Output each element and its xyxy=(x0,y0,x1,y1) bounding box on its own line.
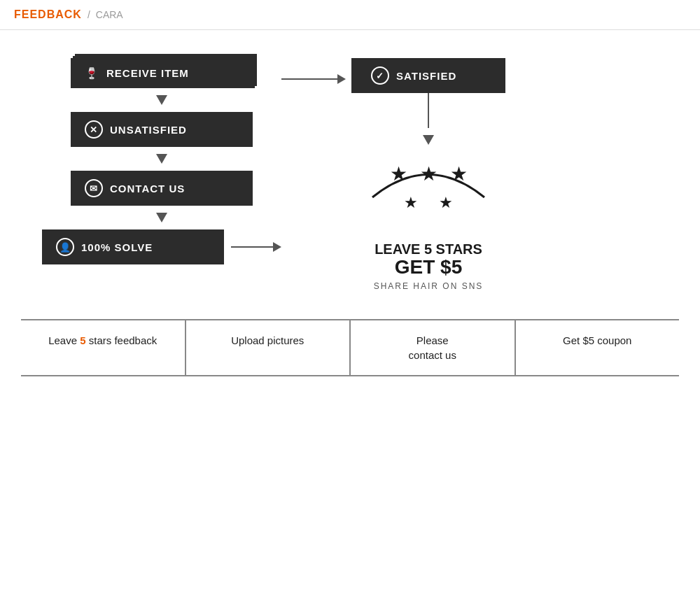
arrow-down-3 xyxy=(156,213,167,222)
vline-satisfied xyxy=(428,93,429,128)
h-arrow-top xyxy=(281,74,346,84)
solve-label: 100% SOLVE xyxy=(81,241,153,253)
mail-icon: ✉ xyxy=(85,179,103,197)
satisfied-box: ✓ SATISFIED xyxy=(351,58,505,93)
star-1: ★ xyxy=(390,164,407,184)
promo-line2: GET $5 xyxy=(374,257,482,278)
receive-item-label: RECEIVE ITEM xyxy=(106,67,189,79)
main-content: 🍷 RECEIVE ITEM ✕ UNSATISFIED ✉ CONTACT U… xyxy=(0,30,700,305)
header-feedback-label: FEEDBACK xyxy=(14,8,82,21)
header-divider: / xyxy=(88,9,90,20)
stars-arc-container: ★ ★ ★ ★ ★ xyxy=(358,159,498,236)
bottom-item-1-post: stars feedback xyxy=(86,334,158,346)
promo-subtitle: SHARE HAIR ON SNS xyxy=(374,281,484,291)
arrow-line xyxy=(231,246,273,248)
arrow-down-1 xyxy=(156,95,167,105)
stars-bottom-row: ★ ★ xyxy=(358,195,498,211)
bottom-item-2: Upload pictures xyxy=(186,320,351,375)
check-icon: ✓ xyxy=(371,66,389,85)
contact-us-box: ✉ CONTACT US xyxy=(71,171,253,206)
star-4: ★ xyxy=(404,195,418,211)
bottom-item-4: Get $5 coupon xyxy=(516,320,680,375)
bottom-bar: Leave 5 stars feedback Upload pictures P… xyxy=(21,319,679,376)
header-cara-label: CARA xyxy=(96,9,123,20)
solve-box: 👤 100% SOLVE xyxy=(42,229,224,264)
goblet-icon: 🍷 xyxy=(85,66,99,80)
bottom-item-1: Leave 5 stars feedback xyxy=(21,320,186,375)
flowchart-right: ✓ SATISFIED xyxy=(281,58,505,291)
contact-us-label: CONTACT US xyxy=(110,183,185,195)
arrow-down-satisfied xyxy=(423,135,434,145)
promo-title: LEAVE 5 STARS GET $5 xyxy=(374,241,482,278)
flowchart-left: 🍷 RECEIVE ITEM ✕ UNSATISFIED ✉ CONTACT U… xyxy=(42,58,281,291)
x-circle-icon: ✕ xyxy=(85,120,103,139)
bottom-item-1-highlight: 5 xyxy=(80,334,85,346)
satisfied-column: ✓ SATISFIED xyxy=(351,58,505,291)
stars-top-row: ★ ★ ★ xyxy=(358,164,498,184)
arrow-down-2 xyxy=(156,154,167,164)
solve-row: 👤 100% SOLVE xyxy=(42,229,281,264)
star-2: ★ xyxy=(420,164,438,184)
unsatisfied-label: UNSATISFIED xyxy=(110,124,187,136)
promo-line1: LEAVE 5 STARS xyxy=(374,241,482,257)
satisfied-label: SATISFIED xyxy=(396,70,456,82)
receive-item-box: 🍷 RECEIVE ITEM xyxy=(71,58,253,88)
page-header: FEEDBACK / CARA xyxy=(0,0,700,30)
receive-item-stack: 🍷 RECEIVE ITEM xyxy=(71,58,253,88)
bottom-item-3: Pleasecontact us xyxy=(351,320,516,375)
star-5: ★ xyxy=(439,195,453,211)
bottom-item-1-pre: Leave xyxy=(48,334,80,346)
stars-promo: ★ ★ ★ ★ ★ LEAVE 5 STARS GET $5 xyxy=(358,159,498,291)
arrow-line-top xyxy=(281,78,337,80)
top-row: ✓ SATISFIED xyxy=(281,58,505,291)
unsatisfied-box: ✕ UNSATISFIED xyxy=(71,112,253,147)
arrow-right-head xyxy=(273,242,281,252)
star-3: ★ xyxy=(450,164,468,184)
arrow-right-container xyxy=(231,242,281,252)
arrow-right-head-top xyxy=(337,74,346,84)
person-icon: 👤 xyxy=(56,238,74,256)
